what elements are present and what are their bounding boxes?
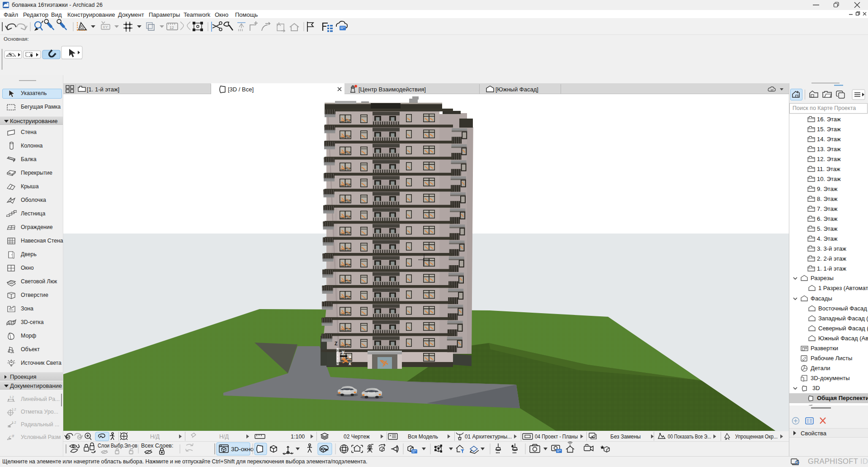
svg-text:1.2: 1.2: [9, 396, 14, 399]
svg-text:Всех Слоев:: Всех Слоев:: [141, 443, 173, 449]
svg-text:Слои Выбр.Эл-ов: Слои Выбр.Эл-ов: [98, 443, 137, 449]
svg-text:Без Замены: Без Замены: [610, 434, 641, 440]
svg-text:Н/Д: Н/Д: [219, 434, 229, 440]
svg-text:3D-окно: 3D-окно: [231, 446, 254, 453]
svg-text:12: 12: [170, 25, 174, 30]
svg-text:y: y: [342, 349, 344, 354]
svg-text:α: α: [12, 434, 14, 438]
svg-text:X: X: [349, 354, 352, 359]
svg-text:1.2: 1.2: [12, 408, 16, 411]
svg-text:01 Архитектурны...: 01 Архитектурны...: [465, 434, 512, 440]
svg-text:Z: Z: [335, 341, 338, 346]
svg-text:Упрощенная Окр...: Упрощенная Окр...: [735, 434, 778, 440]
svg-text:1.2: 1.2: [12, 421, 16, 424]
svg-text:04 Проект - Планы: 04 Проект - Планы: [535, 434, 578, 440]
svg-text:Н/Д: Н/Д: [150, 434, 160, 440]
svg-text:02 Чертеж: 02 Чертеж: [344, 434, 370, 440]
svg-text:1:100: 1:100: [291, 434, 305, 440]
svg-text:00 Показать Все Э...: 00 Показать Все Э...: [668, 434, 711, 440]
svg-text:x: x: [349, 361, 351, 366]
svg-text:Вся Модель: Вся Модель: [408, 434, 438, 440]
svg-text:XY:: XY:: [103, 25, 108, 29]
